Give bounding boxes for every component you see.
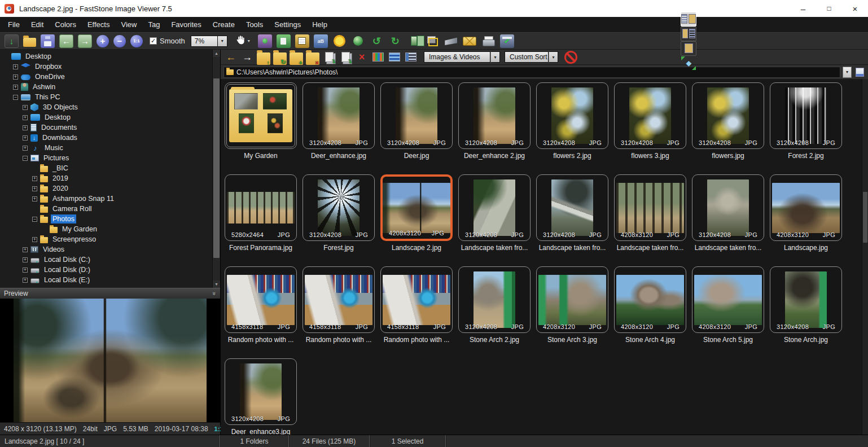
file-thumbnail-landscape-taken-fro[interactable]: 4208x3120 JPG Landscape taken fro... bbox=[614, 174, 686, 252]
tree-item-ashampoo-snap-11[interactable]: +Ashampoo Snap 11 bbox=[1, 194, 220, 204]
tree-item-pictures[interactable]: −Pictures bbox=[1, 153, 220, 163]
tree-item-desktop[interactable]: +Desktop bbox=[1, 112, 220, 122]
zoom-in-icon[interactable]: + bbox=[97, 35, 109, 47]
file-management-icon[interactable]: ✓ bbox=[500, 34, 514, 48]
copy-file-icon[interactable] bbox=[322, 51, 336, 63]
actual-size-icon[interactable]: 1:1 bbox=[130, 35, 143, 47]
thumbnail-frame[interactable]: 4208x3120 JPG bbox=[692, 266, 764, 333]
hand-tool-button[interactable]: ▾ bbox=[235, 34, 250, 47]
tree-item-music[interactable]: +Music bbox=[1, 143, 220, 153]
thumbnail-frame[interactable]: 4208x3120 JPG bbox=[614, 266, 686, 333]
tree-item-photos[interactable]: −Photos bbox=[1, 214, 220, 224]
file-thumbnail-random-photo-with[interactable]: 4158x3118 JPG Random photo with ... bbox=[380, 266, 453, 344]
hand-dropdown-arrow-icon[interactable]: ▾ bbox=[248, 38, 250, 43]
thumbnail-frame[interactable]: 3120x4208 JPG bbox=[380, 82, 453, 149]
folder-new-icon[interactable] bbox=[290, 52, 303, 65]
slideshow-icon[interactable] bbox=[258, 34, 272, 48]
thumbnail-frame[interactable]: 3120x4208 JPG bbox=[770, 266, 842, 333]
tree-item-desktop[interactable]: Desktop bbox=[1, 51, 220, 62]
move-file-icon[interactable] bbox=[339, 51, 352, 63]
tree-item-2019[interactable]: +2019 bbox=[1, 173, 220, 183]
menu-favorites[interactable]: Favorites bbox=[165, 18, 207, 31]
file-thumbnail-stone-arch-4-jpg[interactable]: 4208x3120 JPG Stone Arch 4.jpg bbox=[614, 266, 686, 344]
scroll-down-icon[interactable]: ▼ bbox=[213, 281, 220, 288]
preview-pane[interactable] bbox=[0, 299, 220, 422]
viewer-layout-icon[interactable] bbox=[681, 27, 696, 41]
expand-icon[interactable]: + bbox=[32, 186, 37, 191]
collapse-preview-icon[interactable]: » bbox=[211, 292, 218, 295]
filter-select[interactable]: Images & Videos bbox=[424, 51, 490, 63]
menu-edit[interactable]: Edit bbox=[25, 18, 49, 31]
filter-dropdown-arrow-icon[interactable]: ▾ bbox=[490, 51, 500, 63]
menu-colors[interactable]: Colors bbox=[49, 18, 82, 31]
tree-item-onedrive[interactable]: +OneDrive bbox=[1, 72, 220, 82]
batch-convert-icon[interactable] bbox=[295, 34, 309, 48]
file-thumbnail-deer-jpg[interactable]: 3120x4208 JPG Deer.jpg bbox=[380, 82, 453, 160]
tree-item-screenpresso[interactable]: +Screenpresso bbox=[1, 234, 220, 244]
menu-file[interactable]: File bbox=[2, 18, 25, 31]
tree-item-my-garden[interactable]: My Garden bbox=[1, 224, 220, 234]
menu-tools[interactable]: Tools bbox=[240, 18, 269, 31]
tree-item-documents[interactable]: +Documents bbox=[1, 122, 220, 133]
expand-icon[interactable]: + bbox=[13, 85, 18, 90]
thumbnail-frame[interactable]: 4158x3118 JPG bbox=[303, 266, 375, 333]
thumbnail-frame[interactable]: 4208x3120 JPG bbox=[380, 174, 453, 241]
zoom-out-icon[interactable]: − bbox=[113, 35, 126, 47]
file-thumbnail-landscape-taken-fro[interactable]: 3120x4208 JPG Landscape taken fro... bbox=[692, 174, 764, 252]
menu-settings[interactable]: Settings bbox=[269, 18, 306, 31]
expand-icon[interactable]: + bbox=[23, 125, 28, 130]
expand-icon[interactable]: + bbox=[23, 247, 28, 252]
expand-icon[interactable]: + bbox=[23, 146, 28, 151]
browse-folder-button[interactable] bbox=[854, 67, 865, 78]
file-thumbnail-flowers-2-jpg[interactable]: 3120x4208 JPG flowers 2.jpg bbox=[536, 82, 608, 160]
effects-icon[interactable] bbox=[351, 34, 365, 48]
no-filter-icon[interactable] bbox=[564, 51, 577, 63]
tree-scrollbar[interactable]: ▲ ▼ bbox=[212, 50, 220, 288]
expand-icon[interactable]: + bbox=[13, 74, 18, 80]
menu-view[interactable]: View bbox=[115, 18, 142, 31]
tree-item-this-pc[interactable]: −This PC bbox=[1, 92, 220, 102]
file-thumbnail-landscape-jpg[interactable]: 4208x3120 JPG Landscape.jpg bbox=[770, 174, 842, 252]
browser-layout-icon[interactable] bbox=[681, 12, 696, 27]
tree-item-videos[interactable]: +Videos bbox=[1, 244, 220, 255]
thumbnail-frame[interactable]: 3120x4208 JPG bbox=[303, 82, 375, 149]
thumbnail-frame[interactable] bbox=[225, 82, 297, 149]
folder-delete-icon[interactable] bbox=[306, 52, 319, 65]
expand-icon[interactable]: + bbox=[32, 237, 37, 242]
expand-icon[interactable]: + bbox=[23, 257, 28, 262]
thumbnail-frame[interactable]: 3120x4208 JPG bbox=[614, 82, 686, 149]
tree-item-camera-roll[interactable]: Camera Roll bbox=[1, 204, 220, 214]
expand-icon[interactable]: + bbox=[23, 105, 28, 110]
file-thumbnail-landscape-taken-fro[interactable]: 3120x4208 JPG Landscape taken fro... bbox=[536, 174, 608, 252]
file-thumbnail-stone-arch-3-jpg[interactable]: 4208x3120 JPG Stone Arch 3.jpg bbox=[536, 266, 608, 344]
collapse-icon[interactable]: − bbox=[23, 156, 28, 161]
file-thumbnail-forest-panorama-jpg[interactable]: 5280x2464 JPG Forest Panorama.jpg bbox=[225, 174, 297, 252]
view-detail-icon[interactable] bbox=[404, 51, 418, 63]
delete-icon[interactable]: × bbox=[355, 51, 369, 63]
external-programs-icon[interactable] bbox=[426, 34, 440, 48]
acquire-photos-icon[interactable]: ↓ bbox=[5, 34, 19, 48]
expand-icon[interactable]: + bbox=[23, 268, 28, 273]
back-icon[interactable]: ← bbox=[224, 51, 238, 63]
address-input[interactable] bbox=[236, 68, 838, 76]
thumbnail-frame[interactable]: 3120x4208 JPG bbox=[225, 358, 297, 425]
thumbnail-frame[interactable]: 3120x4208 JPG bbox=[458, 174, 531, 241]
thumbnail-frame[interactable]: 3120x4208 JPG bbox=[458, 82, 531, 149]
collapse-icon[interactable]: − bbox=[13, 95, 18, 100]
thumbnail-frame[interactable]: 3120x4208 JPG bbox=[458, 266, 531, 333]
expand-icon[interactable]: + bbox=[23, 135, 28, 141]
menu-help[interactable]: Help bbox=[306, 18, 333, 31]
file-thumbnail-forest-2-jpg[interactable]: 3120x4208 JPG Forest 2.jpg bbox=[770, 82, 842, 160]
grid-scrollbar[interactable] bbox=[862, 79, 868, 435]
folder-refresh-icon[interactable] bbox=[273, 52, 287, 65]
folder-up-icon[interactable] bbox=[257, 52, 270, 65]
tree-item-dropbox[interactable]: +Dropbox bbox=[1, 62, 220, 72]
file-thumbnail-flowers-jpg[interactable]: 3120x4208 JPG flowers.jpg bbox=[692, 82, 764, 160]
view-list-icon[interactable] bbox=[388, 51, 401, 63]
thumbnail-frame[interactable]: 4208x3120 JPG bbox=[536, 266, 608, 333]
smooth-checkbox[interactable]: ✓ Smooth bbox=[150, 37, 185, 45]
thumbnail-strip-layout-icon[interactable] bbox=[681, 41, 696, 56]
zoom-dropdown-arrow-icon[interactable]: ▾ bbox=[218, 36, 227, 47]
file-thumbnail-deer-enhance3-jpg[interactable]: 3120x4208 JPG Deer_enhance3.jpg bbox=[225, 358, 297, 435]
tree-item-local-disk-e[interactable]: +Local Disk (E:) bbox=[1, 275, 220, 285]
